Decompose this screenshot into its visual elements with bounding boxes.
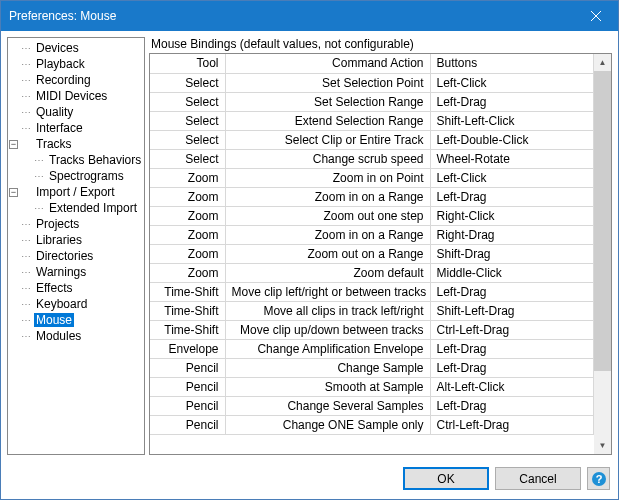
table-row: SelectSelect Clip or Entire TrackLeft-Do… (150, 130, 594, 149)
scroll-down-arrow-icon[interactable]: ▼ (594, 437, 611, 454)
category-tree[interactable]: ⋯Devices⋯Playback⋯Recording⋯MIDI Devices… (7, 37, 145, 455)
table-cell: Alt-Left-Click (430, 377, 594, 396)
table-cell: Shift-Left-Click (430, 111, 594, 130)
table-cell: Left-Double-Click (430, 130, 594, 149)
tree-item[interactable]: ⋯Playback (8, 56, 144, 72)
table-cell: Zoom in on a Range (225, 187, 430, 206)
table-cell: Zoom (150, 225, 225, 244)
table-cell: Time-Shift (150, 320, 225, 339)
table-cell: Pencil (150, 358, 225, 377)
table-cell: Ctrl-Left-Drag (430, 320, 594, 339)
table-row: ZoomZoom in on a RangeLeft-Drag (150, 187, 594, 206)
tree-item[interactable]: ⋯Tracks Behaviors (8, 152, 144, 168)
tree-item[interactable]: ⋯Recording (8, 72, 144, 88)
table-row: ZoomZoom out one stepRight-Click (150, 206, 594, 225)
table-row: ZoomZoom out on a RangeShift-Drag (150, 244, 594, 263)
tree-item[interactable]: −Import / Export (8, 184, 144, 200)
close-button[interactable] (573, 1, 618, 31)
table-cell: Zoom out on a Range (225, 244, 430, 263)
table-cell: Time-Shift (150, 301, 225, 320)
tree-item[interactable]: ⋯Devices (8, 40, 144, 56)
table-cell: Smooth at Sample (225, 377, 430, 396)
table-cell: Right-Click (430, 206, 594, 225)
table-cell: Left-Drag (430, 187, 594, 206)
table-row: Time-ShiftMove clip up/down between trac… (150, 320, 594, 339)
table-cell: Zoom out one step (225, 206, 430, 225)
table-cell: Left-Drag (430, 339, 594, 358)
scroll-up-arrow-icon[interactable]: ▲ (594, 54, 611, 71)
table-cell: Zoom in on Point (225, 168, 430, 187)
table-cell: Pencil (150, 415, 225, 434)
column-header: Buttons (430, 54, 594, 73)
table-cell: Left-Click (430, 168, 594, 187)
table-cell: Move clip left/right or between tracks (225, 282, 430, 301)
table-cell: Pencil (150, 396, 225, 415)
table-cell: Extend Selection Range (225, 111, 430, 130)
tree-item-label: Warnings (34, 265, 88, 279)
table-cell: Right-Drag (430, 225, 594, 244)
tree-item-label: MIDI Devices (34, 89, 109, 103)
tree-item[interactable]: ⋯Extended Import (8, 200, 144, 216)
tree-item[interactable]: ⋯MIDI Devices (8, 88, 144, 104)
table-row: PencilSmooth at SampleAlt-Left-Click (150, 377, 594, 396)
tree-item[interactable]: ⋯Spectrograms (8, 168, 144, 184)
table-row: Time-ShiftMove all clips in track left/r… (150, 301, 594, 320)
cancel-button[interactable]: Cancel (495, 467, 581, 490)
tree-item-label: Interface (34, 121, 85, 135)
close-icon (591, 11, 601, 21)
table-cell: Change scrub speed (225, 149, 430, 168)
table-row: Time-ShiftMove clip left/right or betwee… (150, 282, 594, 301)
table-cell: Pencil (150, 377, 225, 396)
table-row: SelectSet Selection PointLeft-Click (150, 73, 594, 92)
scroll-thumb[interactable] (594, 71, 611, 371)
table-row: SelectExtend Selection RangeShift-Left-C… (150, 111, 594, 130)
table-cell: Left-Click (430, 73, 594, 92)
collapse-icon[interactable]: − (9, 140, 18, 149)
table-row: EnvelopeChange Amplification EnvelopeLef… (150, 339, 594, 358)
table-row: ZoomZoom in on a RangeRight-Drag (150, 225, 594, 244)
tree-item[interactable]: ⋯Directories (8, 248, 144, 264)
tree-item-label: Directories (34, 249, 95, 263)
tree-item-label: Tracks Behaviors (47, 153, 143, 167)
table-cell: Ctrl-Left-Drag (430, 415, 594, 434)
tree-item-label: Mouse (34, 313, 74, 327)
table-row: ZoomZoom in on PointLeft-Click (150, 168, 594, 187)
table-cell: Change Several Samples (225, 396, 430, 415)
tree-item[interactable]: ⋯Modules (8, 328, 144, 344)
tree-item[interactable]: ⋯Libraries (8, 232, 144, 248)
group-label: Mouse Bindings (default values, not conf… (149, 37, 612, 53)
tree-item[interactable]: ⋯Interface (8, 120, 144, 136)
scrollbar[interactable]: ▲ ▼ (594, 54, 611, 454)
tree-item[interactable]: −Tracks (8, 136, 144, 152)
table-cell: Shift-Drag (430, 244, 594, 263)
table-cell: Set Selection Point (225, 73, 430, 92)
column-header: Tool (150, 54, 225, 73)
tree-item-label: Quality (34, 105, 75, 119)
tree-item-label: Import / Export (34, 185, 117, 199)
table-cell: Zoom (150, 263, 225, 282)
tree-item[interactable]: ⋯Effects (8, 280, 144, 296)
collapse-icon[interactable]: − (9, 188, 18, 197)
table-cell: Change Amplification Envelope (225, 339, 430, 358)
tree-item[interactable]: ⋯Keyboard (8, 296, 144, 312)
tree-item-label: Keyboard (34, 297, 89, 311)
tree-item-label: Libraries (34, 233, 84, 247)
tree-item[interactable]: ⋯Quality (8, 104, 144, 120)
table-cell: Select Clip or Entire Track (225, 130, 430, 149)
bindings-table-wrap: ToolCommand ActionButtonsSelectSet Selec… (149, 53, 612, 455)
table-row: PencilChange ONE Sample onlyCtrl-Left-Dr… (150, 415, 594, 434)
table-cell: Left-Drag (430, 282, 594, 301)
ok-button[interactable]: OK (403, 467, 489, 490)
table-cell: Select (150, 149, 225, 168)
tree-item[interactable]: ⋯Projects (8, 216, 144, 232)
table-cell: Zoom default (225, 263, 430, 282)
table-cell: Wheel-Rotate (430, 149, 594, 168)
tree-item-label: Tracks (34, 137, 74, 151)
table-cell: Left-Drag (430, 92, 594, 111)
help-button[interactable]: ? (587, 467, 610, 490)
tree-item[interactable]: ⋯Warnings (8, 264, 144, 280)
titlebar: Preferences: Mouse (1, 1, 618, 31)
table-cell: Move clip up/down between tracks (225, 320, 430, 339)
table-cell: Change ONE Sample only (225, 415, 430, 434)
tree-item[interactable]: ⋯Mouse (8, 312, 144, 328)
